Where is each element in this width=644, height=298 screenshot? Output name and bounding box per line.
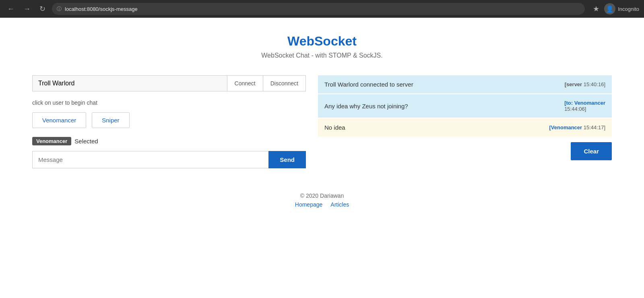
address-bar[interactable]: ⓘ localhost:8080/sockjs-message	[52, 3, 585, 15]
msg-tag-2: [to: Venomancer	[564, 100, 605, 106]
homepage-link[interactable]: Homepage	[295, 201, 323, 208]
user-button-venomancer[interactable]: Venomancer	[32, 112, 86, 128]
msg-time-3: 15:44:17]	[584, 124, 605, 130]
lock-icon: ⓘ	[57, 6, 62, 12]
reload-button[interactable]: ↻	[37, 3, 48, 15]
msg-meta-3: [Venomancer 15:44:17]	[549, 124, 606, 130]
articles-link[interactable]: Articles	[330, 201, 349, 208]
msg-text-3: No idea	[324, 124, 543, 131]
send-button[interactable]: Send	[268, 151, 306, 168]
chat-message-1: Troll Warlord connected to server [serve…	[318, 75, 612, 93]
page-subtitle: WebSocket Chat - with STOMP & SockJS.	[24, 52, 620, 59]
username-input[interactable]	[32, 75, 227, 91]
username-row: Connect Disconnect	[32, 75, 306, 91]
msg-text-1: Troll Warlord connected to server	[324, 81, 558, 88]
message-row: Send	[32, 151, 306, 168]
message-input[interactable]	[32, 151, 268, 168]
back-button[interactable]: ←	[5, 3, 17, 15]
incognito-label: Incognito	[618, 6, 639, 12]
selected-badge: Venomancer	[32, 137, 71, 145]
msg-tag-3: [Venomancer	[549, 124, 582, 130]
page: WebSocket WebSocket Chat - with STOMP & …	[0, 18, 644, 220]
chat-message-3: No idea [Venomancer 15:44:17]	[318, 118, 612, 137]
msg-time-1: 15:40:16]	[584, 81, 605, 87]
left-panel: Connect Disconnect click on user to begi…	[32, 75, 306, 168]
user-button-sniper[interactable]: Sniper	[92, 112, 129, 128]
page-header: WebSocket WebSocket Chat - with STOMP & …	[24, 34, 620, 59]
page-title: WebSocket	[24, 34, 620, 49]
incognito-area: 👤 Incognito	[604, 3, 639, 14]
chat-message-2: Any idea why Zeus not joining? [to: Veno…	[318, 94, 612, 118]
selected-row: Venomancer Selected	[32, 137, 306, 145]
msg-text-2: Any idea why Zeus not joining?	[324, 103, 558, 110]
clear-button[interactable]: Clear	[571, 142, 612, 160]
hint-text: click on user to begin chat	[32, 99, 306, 106]
forward-button[interactable]: →	[21, 3, 33, 15]
msg-meta-2: [to: Venomancer 15:44:06]	[564, 100, 605, 112]
bookmark-icon[interactable]: ★	[593, 4, 599, 13]
msg-tag-1: [server	[565, 81, 582, 87]
right-panel: Troll Warlord connected to server [serve…	[318, 75, 612, 168]
footer: © 2020 Dariawan Homepage Articles	[24, 192, 620, 208]
main-content: Connect Disconnect click on user to begi…	[32, 75, 612, 168]
url-text: localhost:8080/sockjs-message	[65, 6, 138, 12]
copyright-text: © 2020 Dariawan	[24, 192, 620, 199]
connect-button[interactable]: Connect	[227, 75, 263, 91]
chat-messages: Troll Warlord connected to server [serve…	[318, 75, 612, 137]
selected-label: Selected	[74, 138, 98, 145]
clear-area: Clear	[318, 142, 612, 160]
browser-chrome: ← → ↻ ⓘ localhost:8080/sockjs-message ★ …	[0, 0, 644, 18]
msg-meta-1: [server 15:40:16]	[565, 81, 605, 87]
footer-links: Homepage Articles	[24, 201, 620, 208]
disconnect-button[interactable]: Disconnect	[263, 75, 306, 91]
browser-right-controls: ★ 👤 Incognito	[593, 3, 639, 14]
user-list: Venomancer Sniper	[32, 112, 306, 128]
msg-time-2: 15:44:06]	[564, 106, 586, 112]
incognito-icon: 👤	[604, 3, 615, 14]
